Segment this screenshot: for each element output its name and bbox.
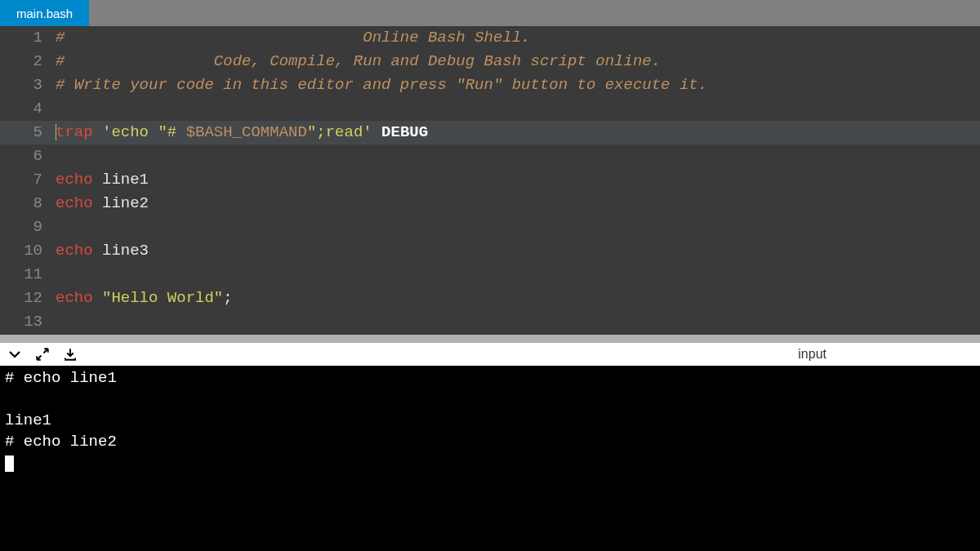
line-content[interactable]: echo line1 <box>56 168 980 192</box>
code-token: 'echo "# <box>102 123 186 141</box>
terminal-cursor <box>5 455 14 472</box>
line-content[interactable]: # Write your code in this editor and pre… <box>56 73 980 97</box>
code-token: ";read' <box>307 123 372 141</box>
code-line[interactable]: 3# Write your code in this editor and pr… <box>0 73 980 97</box>
line-number: 3 <box>0 73 56 97</box>
line-content[interactable] <box>56 144 980 168</box>
code-line[interactable]: 2# Code, Compile, Run and Debug Bash scr… <box>0 50 980 73</box>
code-line[interactable]: 6 <box>0 144 980 168</box>
code-token: echo <box>56 194 93 212</box>
code-token: DEBUG <box>381 123 428 141</box>
code-line[interactable]: 10echo line3 <box>0 239 980 263</box>
terminal-toolbar: input <box>0 343 980 366</box>
terminal-line <box>5 389 975 410</box>
code-token: echo <box>56 171 93 189</box>
code-token: line1 <box>93 171 149 189</box>
terminal-line: # echo line1 <box>5 367 975 389</box>
code-token: line3 <box>93 242 149 260</box>
code-token: line2 <box>93 194 149 212</box>
tab-bar: main.bash <box>0 0 980 26</box>
line-content[interactable]: trap 'echo "# $BASH_COMMAND";read' DEBUG <box>56 121 980 144</box>
chevron-down-icon[interactable] <box>7 346 23 362</box>
line-number: 6 <box>0 144 56 168</box>
code-token: # Code, Compile, Run and Debug Bash scri… <box>56 52 661 70</box>
code-token: $BASH_COMMAND <box>186 123 307 141</box>
terminal-line: line1 <box>5 410 975 431</box>
line-number: 12 <box>0 287 56 310</box>
code-token <box>93 289 102 307</box>
code-token: # Write your code in this editor and pre… <box>56 76 707 94</box>
tab-label: main.bash <box>16 7 73 20</box>
line-number: 13 <box>0 310 56 334</box>
code-line[interactable]: 4 <box>0 97 980 121</box>
code-line[interactable]: 9 <box>0 216 980 239</box>
line-content[interactable]: # Code, Compile, Run and Debug Bash scri… <box>56 50 980 73</box>
terminal-line <box>5 452 975 473</box>
code-editor[interactable]: 1# Online Bash Shell.2# Code, Compile, R… <box>0 26 980 335</box>
line-number: 2 <box>0 50 56 73</box>
code-line[interactable]: 7echo line1 <box>0 168 980 192</box>
terminal-output[interactable]: # echo line1line1# echo line2 <box>0 366 980 551</box>
line-content[interactable]: echo line2 <box>56 192 980 216</box>
line-number: 8 <box>0 192 56 216</box>
code-line[interactable]: 5trap 'echo "# $BASH_COMMAND";read' DEBU… <box>0 121 980 144</box>
line-number: 5 <box>0 121 56 144</box>
line-content[interactable] <box>56 97 980 121</box>
code-token: trap <box>56 123 93 141</box>
code-token: echo <box>56 242 93 260</box>
line-number: 11 <box>0 263 56 287</box>
line-number: 4 <box>0 97 56 121</box>
code-token: ; <box>223 289 232 307</box>
line-content[interactable]: echo "Hello World"; <box>56 287 980 310</box>
line-number: 7 <box>0 168 56 192</box>
code-line[interactable]: 11 <box>0 263 980 287</box>
tab-main-bash[interactable]: main.bash <box>0 0 89 26</box>
line-content[interactable]: echo line3 <box>56 239 980 263</box>
toolbar-left <box>7 346 78 362</box>
line-content[interactable] <box>56 263 980 287</box>
code-token <box>372 123 381 141</box>
code-line[interactable]: 1# Online Bash Shell. <box>0 26 980 50</box>
code-token: echo <box>56 289 93 307</box>
code-line[interactable]: 12echo "Hello World"; <box>0 287 980 310</box>
line-number: 9 <box>0 216 56 239</box>
code-token: # Online Bash Shell. <box>56 29 531 47</box>
line-content[interactable] <box>56 310 980 334</box>
code-token <box>93 123 102 141</box>
input-label: input <box>798 347 973 362</box>
code-line[interactable]: 13 <box>0 310 980 334</box>
pane-divider[interactable] <box>0 335 980 343</box>
download-icon[interactable] <box>62 346 78 362</box>
line-content[interactable] <box>56 216 980 239</box>
code-token: "Hello World" <box>102 289 223 307</box>
terminal-line: # echo line2 <box>5 431 975 452</box>
code-line[interactable]: 8echo line2 <box>0 192 980 216</box>
line-number: 10 <box>0 239 56 263</box>
line-number: 1 <box>0 26 56 50</box>
expand-icon[interactable] <box>34 346 51 362</box>
line-content[interactable]: # Online Bash Shell. <box>56 26 980 50</box>
